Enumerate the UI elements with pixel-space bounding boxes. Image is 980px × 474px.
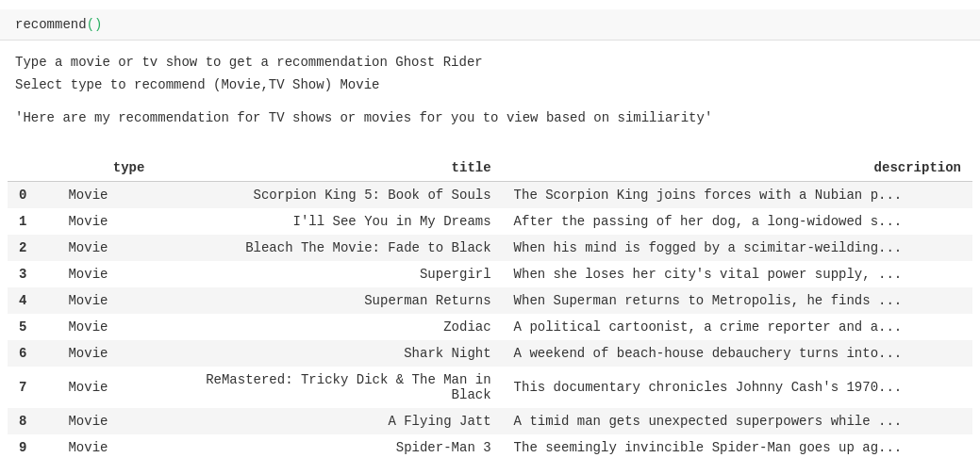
cell-type: Movie bbox=[57, 408, 156, 434]
cell-type: Movie bbox=[57, 208, 156, 235]
output-line-1: Type a movie or tv show to get a recomme… bbox=[15, 52, 965, 73]
cell-index: 2 bbox=[8, 235, 57, 261]
cell-type: Movie bbox=[57, 182, 156, 209]
cell-description: A timid man gets unexpected superpowers … bbox=[503, 408, 972, 434]
table-row: 1MovieI'll See You in My DreamsAfter the… bbox=[8, 208, 972, 235]
table-row: 0MovieScorpion King 5: Book of SoulsThe … bbox=[8, 182, 972, 209]
table-row: 3MovieSupergirlWhen she loses her city's… bbox=[8, 261, 972, 287]
cell-description: When Superman returns to Metropolis, he … bbox=[503, 287, 972, 314]
cell-index: 7 bbox=[8, 367, 57, 408]
table-row: 6MovieShark NightA weekend of beach-hous… bbox=[8, 340, 972, 367]
cell-description: The seemingly invincible Spider-Man goes… bbox=[503, 434, 972, 461]
cell-type: Movie bbox=[57, 261, 156, 287]
cell-title: Supergirl bbox=[156, 261, 502, 287]
cell-index: 0 bbox=[8, 182, 57, 209]
function-name: recommend bbox=[15, 17, 87, 32]
paren-close: ) bbox=[94, 17, 102, 32]
cell-title: Bleach The Movie: Fade to Black bbox=[156, 235, 502, 261]
col-header-description: description bbox=[503, 155, 972, 182]
cell-title: Scorpion King 5: Book of Souls bbox=[156, 182, 502, 209]
cell-title: A Flying Jatt bbox=[156, 408, 502, 434]
cell-title: ReMastered: Tricky Dick & The Man in Bla… bbox=[156, 367, 502, 408]
table-row: 2MovieBleach The Movie: Fade to BlackWhe… bbox=[8, 235, 972, 261]
cell-description: When she loses her city's vital power su… bbox=[503, 261, 972, 287]
cell-type: Movie bbox=[57, 340, 156, 367]
cell-description: A political cartoonist, a crime reporter… bbox=[503, 314, 972, 340]
cell-title: Zodiac bbox=[156, 314, 502, 340]
cell-index: 9 bbox=[8, 434, 57, 461]
table-row: 8MovieA Flying JattA timid man gets unex… bbox=[8, 408, 972, 434]
cell-description: The Scorpion King joins forces with a Nu… bbox=[503, 182, 972, 209]
cell-index: 4 bbox=[8, 287, 57, 314]
recommendation-text: 'Here are my recommendation for TV shows… bbox=[15, 107, 965, 128]
data-table-container: type title description 0MovieScorpion Ki… bbox=[0, 155, 980, 461]
cell-type: Movie bbox=[57, 287, 156, 314]
table-row: 4MovieSuperman ReturnsWhen Superman retu… bbox=[8, 287, 972, 314]
cell-type: Movie bbox=[57, 367, 156, 408]
cell-index: 6 bbox=[8, 340, 57, 367]
cell-title: Shark Night bbox=[156, 340, 502, 367]
cell-title: Spider-Man 3 bbox=[156, 434, 502, 461]
cell-type: Movie bbox=[57, 314, 156, 340]
output-line-2: Select type to recommend (Movie,TV Show)… bbox=[15, 74, 965, 95]
table-row: 5MovieZodiacA political cartoonist, a cr… bbox=[8, 314, 972, 340]
cell-title: I'll See You in My Dreams bbox=[156, 208, 502, 235]
table-row: 9MovieSpider-Man 3The seemingly invincib… bbox=[8, 434, 972, 461]
cell-index: 8 bbox=[8, 408, 57, 434]
col-header-index bbox=[8, 155, 57, 182]
cell-description: After the passing of her dog, a long-wid… bbox=[503, 208, 972, 235]
cell-index: 5 bbox=[8, 314, 57, 340]
cell-index: 1 bbox=[8, 208, 57, 235]
cell-title: Superman Returns bbox=[156, 287, 502, 314]
cell-description: A weekend of beach-house debauchery turn… bbox=[503, 340, 972, 367]
table-row: 7MovieReMastered: Tricky Dick & The Man … bbox=[8, 367, 972, 408]
cell-description: This documentary chronicles Johnny Cash'… bbox=[503, 367, 972, 408]
code-header: recommend() bbox=[0, 9, 980, 41]
paren-open: ( bbox=[87, 17, 94, 32]
results-table: type title description 0MovieScorpion Ki… bbox=[8, 155, 972, 461]
cell-type: Movie bbox=[57, 235, 156, 261]
output-section: Type a movie or tv show to get a recomme… bbox=[0, 41, 980, 155]
col-header-type: type bbox=[57, 155, 156, 182]
cell-type: Movie bbox=[57, 434, 156, 461]
cell-description: When his mind is fogged by a scimitar-we… bbox=[503, 235, 972, 261]
cell-index: 3 bbox=[8, 261, 57, 287]
col-header-title: title bbox=[156, 155, 502, 182]
table-header-row: type title description bbox=[8, 155, 972, 182]
